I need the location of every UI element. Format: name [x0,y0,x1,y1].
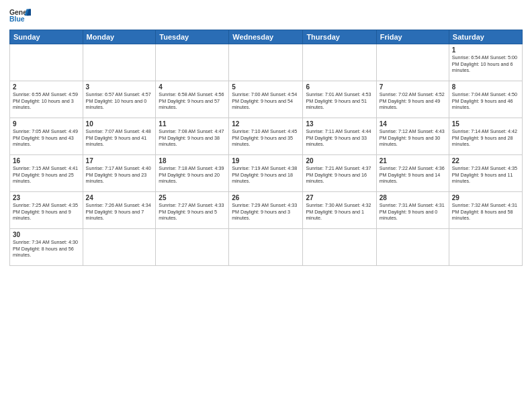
svg-text:Blue: Blue [9,15,25,23]
weekday-header-row: SundayMondayTuesdayWednesdayThursdayFrid… [10,30,523,44]
day-number: 7 [380,83,446,91]
day-info: Sunrise: 7:21 AM Sunset: 4:37 PM Dayligh… [306,165,373,185]
calendar-cell: 15Sunrise: 7:14 AM Sunset: 4:42 PM Dayli… [449,118,522,155]
calendar-cell [10,44,83,81]
day-info: Sunrise: 7:26 AM Sunset: 4:34 PM Dayligh… [86,202,153,222]
page: General Blue SundayMondayTuesdayWednesda… [0,0,532,411]
day-info: Sunrise: 6:57 AM Sunset: 4:57 PM Dayligh… [86,91,153,111]
day-number: 4 [159,83,226,91]
calendar-cell: 24Sunrise: 7:26 AM Sunset: 4:34 PM Dayli… [83,192,156,229]
day-info: Sunrise: 7:00 AM Sunset: 4:54 PM Dayligh… [232,91,300,111]
calendar-cell: 11Sunrise: 7:08 AM Sunset: 4:47 PM Dayli… [156,118,229,155]
day-number: 19 [232,157,300,165]
day-number: 16 [13,157,80,165]
day-number: 10 [86,120,153,128]
calendar-cell: 18Sunrise: 7:18 AM Sunset: 4:39 PM Dayli… [156,155,229,192]
calendar-cell: 1Sunrise: 6:54 AM Sunset: 5:00 PM Daylig… [449,44,522,81]
day-number: 21 [380,157,446,165]
logo-icon: General Blue [9,7,31,26]
calendar-cell: 25Sunrise: 7:27 AM Sunset: 4:33 PM Dayli… [156,192,229,229]
day-number: 1 [452,46,519,54]
day-info: Sunrise: 7:15 AM Sunset: 4:41 PM Dayligh… [13,165,80,185]
day-info: Sunrise: 7:29 AM Sunset: 4:33 PM Dayligh… [232,202,300,222]
calendar-cell: 27Sunrise: 7:30 AM Sunset: 4:32 PM Dayli… [303,192,376,229]
day-number: 23 [13,194,80,201]
week-row-2: 2Sunrise: 6:55 AM Sunset: 4:59 PM Daylig… [10,81,523,118]
calendar-cell: 23Sunrise: 7:25 AM Sunset: 4:35 PM Dayli… [10,192,83,229]
day-info: Sunrise: 7:32 AM Sunset: 4:31 PM Dayligh… [452,202,519,222]
day-info: Sunrise: 6:58 AM Sunset: 4:56 PM Dayligh… [159,91,226,111]
day-number: 12 [232,120,300,128]
day-info: Sunrise: 7:12 AM Sunset: 4:43 PM Dayligh… [380,128,446,148]
day-number: 14 [380,120,446,128]
day-info: Sunrise: 7:10 AM Sunset: 4:45 PM Dayligh… [232,128,300,148]
day-info: Sunrise: 7:14 AM Sunset: 4:42 PM Dayligh… [452,128,519,148]
day-number: 22 [452,157,519,165]
calendar-cell [449,229,522,266]
day-number: 15 [452,120,519,128]
calendar-cell: 20Sunrise: 7:21 AM Sunset: 4:37 PM Dayli… [303,155,376,192]
calendar-cell [83,44,156,81]
week-row-1: 1Sunrise: 6:54 AM Sunset: 5:00 PM Daylig… [10,44,523,81]
calendar-cell: 17Sunrise: 7:17 AM Sunset: 4:40 PM Dayli… [83,155,156,192]
logo: General Blue [9,7,31,26]
calendar-cell [156,229,229,266]
calendar-cell: 14Sunrise: 7:12 AM Sunset: 4:43 PM Dayli… [376,118,449,155]
day-info: Sunrise: 7:27 AM Sunset: 4:33 PM Dayligh… [159,202,226,222]
day-number: 30 [13,231,80,238]
calendar-cell: 8Sunrise: 7:04 AM Sunset: 4:50 PM Daylig… [449,81,522,118]
day-number: 5 [232,83,300,91]
calendar-cell: 3Sunrise: 6:57 AM Sunset: 4:57 PM Daylig… [83,81,156,118]
calendar-cell: 2Sunrise: 6:55 AM Sunset: 4:59 PM Daylig… [10,81,83,118]
calendar-cell: 7Sunrise: 7:02 AM Sunset: 4:52 PM Daylig… [376,81,449,118]
calendar-cell: 9Sunrise: 7:05 AM Sunset: 4:49 PM Daylig… [10,118,83,155]
week-row-6: 30Sunrise: 7:34 AM Sunset: 4:30 PM Dayli… [10,229,523,266]
day-info: Sunrise: 7:01 AM Sunset: 4:53 PM Dayligh… [306,91,373,111]
calendar-cell [229,44,303,81]
weekday-header-tuesday: Tuesday [156,30,229,44]
weekday-header-wednesday: Wednesday [229,30,303,44]
calendar-cell [303,229,376,266]
calendar-cell [303,44,376,81]
day-number: 11 [159,120,226,128]
calendar-cell [156,44,229,81]
calendar-cell [229,229,303,266]
week-row-4: 16Sunrise: 7:15 AM Sunset: 4:41 PM Dayli… [10,155,523,192]
day-number: 29 [452,194,519,201]
day-number: 9 [13,120,80,128]
week-row-3: 9Sunrise: 7:05 AM Sunset: 4:49 PM Daylig… [10,118,523,155]
calendar-cell: 5Sunrise: 7:00 AM Sunset: 4:54 PM Daylig… [229,81,303,118]
day-info: Sunrise: 6:54 AM Sunset: 5:00 PM Dayligh… [452,54,519,74]
calendar-cell: 4Sunrise: 6:58 AM Sunset: 4:56 PM Daylig… [156,81,229,118]
day-number: 6 [306,83,373,91]
day-info: Sunrise: 7:02 AM Sunset: 4:52 PM Dayligh… [380,91,446,111]
calendar-cell: 26Sunrise: 7:29 AM Sunset: 4:33 PM Dayli… [229,192,303,229]
day-number: 24 [86,194,153,201]
day-info: Sunrise: 7:08 AM Sunset: 4:47 PM Dayligh… [159,128,226,148]
weekday-header-sunday: Sunday [10,30,83,44]
day-info: Sunrise: 7:23 AM Sunset: 4:35 PM Dayligh… [452,165,519,185]
calendar-cell: 12Sunrise: 7:10 AM Sunset: 4:45 PM Dayli… [229,118,303,155]
calendar-cell [376,229,449,266]
day-info: Sunrise: 7:11 AM Sunset: 4:44 PM Dayligh… [306,128,373,148]
day-info: Sunrise: 7:05 AM Sunset: 4:49 PM Dayligh… [13,128,80,148]
day-info: Sunrise: 7:18 AM Sunset: 4:39 PM Dayligh… [159,165,226,185]
day-info: Sunrise: 7:22 AM Sunset: 4:36 PM Dayligh… [380,165,446,185]
day-number: 8 [452,83,519,91]
day-info: Sunrise: 7:31 AM Sunset: 4:31 PM Dayligh… [380,202,446,222]
day-number: 20 [306,157,373,165]
day-number: 3 [86,83,153,91]
calendar-cell [376,44,449,81]
calendar-cell: 16Sunrise: 7:15 AM Sunset: 4:41 PM Dayli… [10,155,83,192]
day-number: 13 [306,120,373,128]
day-info: Sunrise: 7:04 AM Sunset: 4:50 PM Dayligh… [452,91,519,111]
day-info: Sunrise: 7:25 AM Sunset: 4:35 PM Dayligh… [13,202,80,222]
calendar-cell: 22Sunrise: 7:23 AM Sunset: 4:35 PM Dayli… [449,155,522,192]
weekday-header-thursday: Thursday [303,30,376,44]
day-number: 27 [306,194,373,201]
calendar-cell: 30Sunrise: 7:34 AM Sunset: 4:30 PM Dayli… [10,229,83,266]
day-info: Sunrise: 7:17 AM Sunset: 4:40 PM Dayligh… [86,165,153,185]
day-number: 25 [159,194,226,201]
calendar-cell [83,229,156,266]
day-number: 17 [86,157,153,165]
